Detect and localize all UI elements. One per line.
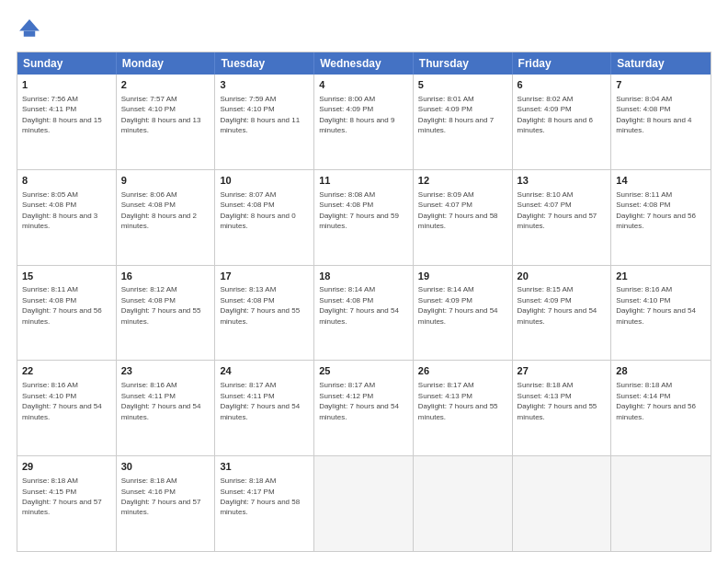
day-number: 13 xyxy=(518,174,607,188)
table-row: 4Sunrise: 8:00 AMSunset: 4:09 PMDaylight… xyxy=(314,75,414,169)
cell-info: Sunrise: 8:04 AMSunset: 4:08 PMDaylight:… xyxy=(616,95,691,134)
day-number: 17 xyxy=(220,270,309,283)
cell-info: Sunrise: 8:16 AMSunset: 4:11 PMDaylight:… xyxy=(121,381,201,420)
calendar: Sunday Monday Tuesday Wednesday Thursday… xyxy=(17,52,711,552)
table-row: 8Sunrise: 8:05 AMSunset: 4:08 PMDaylight… xyxy=(17,170,117,265)
cell-info: Sunrise: 8:07 AMSunset: 4:08 PMDaylight:… xyxy=(220,190,295,230)
cell-info: Sunrise: 8:17 AMSunset: 4:11 PMDaylight:… xyxy=(220,381,300,420)
day-number: 7 xyxy=(616,78,706,92)
day-number: 12 xyxy=(418,174,507,188)
table-row: 26Sunrise: 8:17 AMSunset: 4:13 PMDayligh… xyxy=(414,361,513,455)
table-row: 17Sunrise: 8:13 AMSunset: 4:08 PMDayligh… xyxy=(215,266,314,361)
cell-info: Sunrise: 8:17 AMSunset: 4:13 PMDaylight:… xyxy=(418,381,498,420)
day-number: 10 xyxy=(220,174,309,188)
cell-info: Sunrise: 8:11 AMSunset: 4:08 PMDaylight:… xyxy=(22,285,102,325)
day-number: 18 xyxy=(319,270,408,283)
logo xyxy=(17,17,46,42)
cell-info: Sunrise: 8:08 AMSunset: 4:08 PMDaylight:… xyxy=(319,190,399,230)
table-row: 27Sunrise: 8:18 AMSunset: 4:13 PMDayligh… xyxy=(513,361,612,455)
svg-marker-1 xyxy=(19,19,40,30)
table-row: 10Sunrise: 8:07 AMSunset: 4:08 PMDayligh… xyxy=(215,170,314,265)
day-number: 23 xyxy=(121,364,210,378)
table-row: 16Sunrise: 8:12 AMSunset: 4:08 PMDayligh… xyxy=(117,266,216,361)
day-number: 8 xyxy=(22,174,111,188)
table-row: 14Sunrise: 8:11 AMSunset: 4:08 PMDayligh… xyxy=(611,170,711,265)
day-number: 29 xyxy=(22,460,111,474)
table-row xyxy=(513,456,612,551)
cell-info: Sunrise: 7:57 AMSunset: 4:10 PMDaylight:… xyxy=(121,95,201,134)
day-number: 25 xyxy=(319,364,408,378)
table-row: 23Sunrise: 8:16 AMSunset: 4:11 PMDayligh… xyxy=(117,361,216,455)
day-number: 31 xyxy=(220,460,309,474)
cell-info: Sunrise: 8:00 AMSunset: 4:09 PMDaylight:… xyxy=(319,95,394,134)
header-friday: Friday xyxy=(513,52,612,75)
day-number: 11 xyxy=(319,174,408,188)
cell-info: Sunrise: 8:09 AMSunset: 4:07 PMDaylight:… xyxy=(418,190,498,230)
calendar-header: Sunday Monday Tuesday Wednesday Thursday… xyxy=(17,52,711,75)
cell-info: Sunrise: 8:01 AMSunset: 4:09 PMDaylight:… xyxy=(418,95,494,134)
calendar-row-1: 1Sunrise: 7:56 AMSunset: 4:11 PMDaylight… xyxy=(17,75,711,169)
calendar-row-3: 15Sunrise: 8:11 AMSunset: 4:08 PMDayligh… xyxy=(17,265,711,361)
table-row: 25Sunrise: 8:17 AMSunset: 4:12 PMDayligh… xyxy=(314,361,414,455)
calendar-row-5: 29Sunrise: 8:18 AMSunset: 4:15 PMDayligh… xyxy=(17,455,711,551)
cell-info: Sunrise: 8:18 AMSunset: 4:13 PMDaylight:… xyxy=(518,381,597,420)
table-row: 3Sunrise: 7:59 AMSunset: 4:10 PMDaylight… xyxy=(215,75,314,169)
day-number: 28 xyxy=(616,364,706,378)
day-number: 21 xyxy=(616,270,706,283)
table-row xyxy=(314,456,414,551)
cell-info: Sunrise: 8:16 AMSunset: 4:10 PMDaylight:… xyxy=(22,381,102,420)
calendar-row-4: 22Sunrise: 8:16 AMSunset: 4:10 PMDayligh… xyxy=(17,360,711,455)
day-number: 6 xyxy=(518,78,607,92)
table-row: 15Sunrise: 8:11 AMSunset: 4:08 PMDayligh… xyxy=(17,266,117,361)
day-number: 2 xyxy=(121,78,210,92)
day-number: 9 xyxy=(121,174,210,188)
cell-info: Sunrise: 8:02 AMSunset: 4:09 PMDaylight:… xyxy=(518,95,593,134)
table-row: 7Sunrise: 8:04 AMSunset: 4:08 PMDaylight… xyxy=(611,75,711,169)
table-row: 18Sunrise: 8:14 AMSunset: 4:08 PMDayligh… xyxy=(314,266,414,361)
cell-info: Sunrise: 8:14 AMSunset: 4:09 PMDaylight:… xyxy=(418,285,498,325)
table-row: 31Sunrise: 8:18 AMSunset: 4:17 PMDayligh… xyxy=(215,456,314,551)
day-number: 3 xyxy=(220,78,309,92)
table-row: 9Sunrise: 8:06 AMSunset: 4:08 PMDaylight… xyxy=(117,170,216,265)
table-row: 19Sunrise: 8:14 AMSunset: 4:09 PMDayligh… xyxy=(414,266,513,361)
table-row: 29Sunrise: 8:18 AMSunset: 4:15 PMDayligh… xyxy=(17,456,117,551)
table-row: 24Sunrise: 8:17 AMSunset: 4:11 PMDayligh… xyxy=(215,361,314,455)
table-row: 5Sunrise: 8:01 AMSunset: 4:09 PMDaylight… xyxy=(414,75,513,169)
svg-rect-2 xyxy=(24,31,35,37)
cell-info: Sunrise: 8:16 AMSunset: 4:10 PMDaylight:… xyxy=(616,285,696,325)
cell-info: Sunrise: 8:18 AMSunset: 4:15 PMDaylight:… xyxy=(22,477,102,516)
table-row: 22Sunrise: 8:16 AMSunset: 4:10 PMDayligh… xyxy=(17,361,117,455)
table-row: 11Sunrise: 8:08 AMSunset: 4:08 PMDayligh… xyxy=(314,170,414,265)
day-number: 15 xyxy=(22,270,111,283)
header-sunday: Sunday xyxy=(17,52,117,75)
day-number: 14 xyxy=(616,174,706,188)
table-row xyxy=(414,456,513,551)
day-number: 19 xyxy=(418,270,507,283)
header-thursday: Thursday xyxy=(414,52,513,75)
day-number: 1 xyxy=(22,78,111,92)
table-row: 20Sunrise: 8:15 AMSunset: 4:09 PMDayligh… xyxy=(513,266,612,361)
cell-info: Sunrise: 8:11 AMSunset: 4:08 PMDaylight:… xyxy=(616,190,696,230)
cell-info: Sunrise: 8:18 AMSunset: 4:17 PMDaylight:… xyxy=(220,477,300,516)
calendar-row-2: 8Sunrise: 8:05 AMSunset: 4:08 PMDaylight… xyxy=(17,169,711,265)
cell-info: Sunrise: 7:56 AMSunset: 4:11 PMDaylight:… xyxy=(22,95,102,134)
table-row: 30Sunrise: 8:18 AMSunset: 4:16 PMDayligh… xyxy=(117,456,216,551)
day-number: 16 xyxy=(121,270,210,283)
day-number: 4 xyxy=(319,78,408,92)
cell-info: Sunrise: 8:05 AMSunset: 4:08 PMDaylight:… xyxy=(22,190,97,230)
table-row: 2Sunrise: 7:57 AMSunset: 4:10 PMDaylight… xyxy=(117,75,216,169)
table-row: 6Sunrise: 8:02 AMSunset: 4:09 PMDaylight… xyxy=(513,75,612,169)
day-number: 22 xyxy=(22,364,111,378)
cell-info: Sunrise: 8:12 AMSunset: 4:08 PMDaylight:… xyxy=(121,285,201,325)
day-number: 26 xyxy=(418,364,507,378)
day-number: 27 xyxy=(518,364,607,378)
cell-info: Sunrise: 8:15 AMSunset: 4:09 PMDaylight:… xyxy=(518,285,597,325)
cell-info: Sunrise: 8:06 AMSunset: 4:08 PMDaylight:… xyxy=(121,190,197,230)
cell-info: Sunrise: 8:14 AMSunset: 4:08 PMDaylight:… xyxy=(319,285,399,325)
header-wednesday: Wednesday xyxy=(314,52,414,75)
header-monday: Monday xyxy=(117,52,216,75)
day-number: 5 xyxy=(418,78,507,92)
cell-info: Sunrise: 7:59 AMSunset: 4:10 PMDaylight:… xyxy=(220,95,300,134)
cell-info: Sunrise: 8:13 AMSunset: 4:08 PMDaylight:… xyxy=(220,285,300,325)
cell-info: Sunrise: 8:18 AMSunset: 4:16 PMDaylight:… xyxy=(121,477,201,516)
